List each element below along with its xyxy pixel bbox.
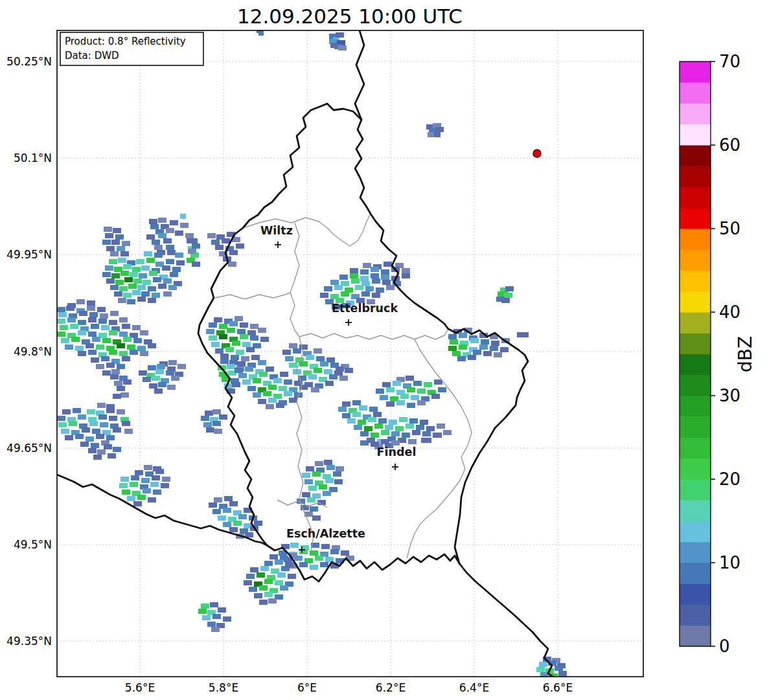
radar-cell [360,276,369,281]
radar-cell [250,324,258,329]
radar-cell [232,341,240,346]
radar-cell [391,440,400,446]
radar-cell [124,277,133,282]
radar-cell [246,574,255,579]
radar-cell [324,460,332,465]
radar-cell [330,280,339,285]
radar-cell [352,400,361,405]
radar-cell [113,228,121,233]
radar-cell [163,238,172,243]
radar-cell [166,370,174,376]
radar-cell [308,486,317,491]
radar-cell [79,311,87,316]
radar-cell [130,482,138,487]
radar-cell [323,491,331,496]
radar-cell [100,422,108,427]
radar-cell [360,269,369,275]
radar-cell [211,342,220,347]
radar-cell [434,132,441,137]
radar-cell [223,616,231,622]
radar-cell [113,447,121,452]
radar-cell [78,414,86,420]
radar-cell [148,298,156,303]
radar-cell [88,332,97,337]
radar-cell [426,426,435,431]
radar-cell [558,671,567,676]
radar-cell [386,401,395,407]
radar-cell [162,265,170,271]
radar-cell [259,372,268,377]
radar-cell [555,666,563,671]
colorbar-segment [680,291,711,313]
radar-cell [75,434,84,439]
radar-cell [372,278,380,284]
radar-cell [490,346,498,351]
radar-cell [65,344,73,350]
radar-cell [258,399,266,404]
radar-cell [106,246,115,251]
radar-cell [536,667,545,672]
radar-cell [381,439,389,444]
radar-cell [269,554,278,559]
radar-cell [96,434,104,439]
radar-cell [136,259,144,264]
colorbar-segment [680,416,711,438]
radar-cell [202,615,211,620]
radar-cell [434,379,442,385]
radar-cell [412,430,420,435]
radar-cell [237,361,246,367]
radar-cell [114,381,122,386]
radar-cell [168,285,177,290]
radar-cell [268,598,277,604]
colorbar-segment [680,396,711,417]
radar-cell [127,496,135,501]
radar-echo-cluster [209,496,262,539]
radar-cell [339,275,348,280]
radar-cell [268,385,277,390]
radar-cell [289,363,297,368]
radar-cell [88,448,97,453]
radar-cell [58,312,67,317]
radar-cell [304,382,313,387]
radar-cell [123,293,132,298]
radar-cell [364,426,372,431]
radar-cell [433,433,442,438]
radar-cell [111,240,120,245]
city-label: Esch/Alzette [286,527,365,540]
radar-cell [225,347,234,352]
radar-cell [148,365,156,370]
radar-cell [360,440,369,446]
radar-cell [224,496,233,501]
radar-cell [290,543,299,548]
radar-cell [257,572,265,578]
radar-cell [109,320,117,325]
radar-cell [128,284,137,289]
radar-cell [127,344,135,350]
radar-cell [87,409,95,414]
radar-cell [229,250,238,255]
colorbar-tick-label: 30 [719,386,740,405]
radar-cell [120,251,129,256]
radar-cell [314,348,322,354]
radar-cell [338,407,347,412]
radar-cell [254,521,262,526]
radar-cell [110,285,119,290]
radar-cell [176,260,185,265]
radar-cell [123,264,132,269]
radar-cell [98,414,107,420]
radar-cell [479,344,488,350]
radar-cell [166,259,174,264]
radar-cell [140,351,148,356]
radar-echo-cluster [338,400,452,449]
radar-cell [316,356,325,361]
radar-cell [146,258,155,263]
radar-cell [266,367,274,372]
y-tick-label: 49.95°N [6,248,52,261]
radar-cell [106,408,115,413]
district-border-line [299,329,448,339]
radar-cell [87,306,95,311]
radar-cell [67,317,76,322]
radar-cell [157,364,165,369]
radar-cell [376,389,384,394]
colorbar-segment [680,542,711,563]
